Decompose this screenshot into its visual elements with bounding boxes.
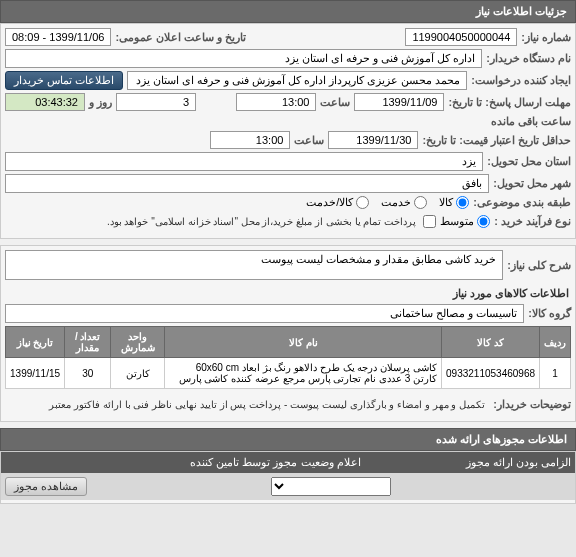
goods-group-label: گروه کالا:: [528, 307, 571, 320]
radio-goods-label: کالا: [439, 196, 453, 209]
goods-info-title: اطلاعات کالاهای مورد نیاز: [5, 283, 571, 304]
panel-body-permits: الزامی بودن ارائه مجوز اعلام وضعیت مجوز …: [0, 451, 576, 504]
days-and-label: روز و: [89, 96, 112, 109]
deadline-price-time: 13:00: [210, 131, 290, 149]
permits-title: اطلاعات مجوزهای ارائه شده: [436, 433, 567, 445]
desc-label: شرح کلی نیاز:: [507, 259, 571, 272]
radio-service-label: خدمت: [381, 196, 411, 209]
radio-goods[interactable]: کالا: [439, 196, 469, 209]
days-remaining: 3: [116, 93, 196, 111]
td-unit: کارتن: [111, 358, 165, 389]
announce-label: تاریخ و ساعت اعلان عمومی:: [115, 31, 246, 44]
panel-body-desc: شرح کلی نیاز: خرید کاشی مطابق مقدار و مش…: [0, 245, 576, 422]
delivery-city-label: شهر محل تحویل:: [493, 177, 571, 190]
permits-subheader: الزامی بودن ارائه مجوز اعلام وضعیت مجوز …: [1, 452, 575, 473]
checkbox-purchase-note-input[interactable]: [423, 215, 436, 228]
need-number-label: شماره نیاز:: [521, 31, 571, 44]
announce-value: 1399/11/06 - 08:09: [5, 28, 111, 46]
delivery-province-label: استان محل تحویل:: [487, 155, 571, 168]
purchase-note: پرداخت تمام یا بخشی از مبلغ خرید،از محل …: [103, 212, 420, 231]
radio-purchase-small-input[interactable]: [477, 215, 490, 228]
th-code: کد کالا: [442, 327, 540, 358]
radio-service-input[interactable]: [414, 196, 427, 209]
buyer-note-value: تکمیل و مهر و امضاء و بارگذاری لیست پیوس…: [45, 395, 489, 414]
table-header-row: ردیف کد کالا نام کالا واحد شمارش تعداد /…: [6, 327, 571, 358]
table-row: 1 0933211053460968 کاشی پرسلان درجه یک ط…: [6, 358, 571, 389]
th-date: تاریخ نیاز: [6, 327, 65, 358]
time-remaining: 03:43:32: [5, 93, 85, 111]
panel-title: جزئیات اطلاعات نیاز: [476, 5, 567, 17]
creator-label: ایجاد کننده درخواست:: [471, 74, 571, 87]
deadline-send-date: 1399/11/09: [354, 93, 444, 111]
panel-body-details: شماره نیاز: 1199004050000044 تاریخ و ساع…: [0, 23, 576, 239]
status-label: اعلام وضعیت مجوز توسط تامین کننده: [190, 456, 360, 469]
radio-goods-input[interactable]: [456, 196, 469, 209]
td-date: 1399/11/15: [6, 358, 65, 389]
th-row: ردیف: [540, 327, 571, 358]
buyer-note-label: توضیحات خریدار:: [493, 398, 571, 411]
th-qty: تعداد / مقدار: [65, 327, 111, 358]
deadline-send-label: مهلت ارسال پاسخ: تا تاریخ:: [448, 96, 571, 109]
radio-goods-service-input[interactable]: [356, 196, 369, 209]
panel-header-permits: اطلاعات مجوزهای ارائه شده: [0, 428, 576, 451]
radio-purchase-small-label: متوسط: [440, 215, 474, 228]
radio-goods-service-label: کالا/خدمت: [306, 196, 353, 209]
goods-table: ردیف کد کالا نام کالا واحد شمارش تعداد /…: [5, 326, 571, 389]
desc-value: خرید کاشی مطابق مقدار و مشخصات لیست پیوس…: [5, 250, 503, 280]
purchase-type-label: نوع فرآیند خرید :: [494, 215, 571, 228]
radio-service[interactable]: خدمت: [381, 196, 427, 209]
budget-radio-group: کالا خدمت کالا/خدمت: [306, 196, 469, 209]
checkbox-purchase-note[interactable]: پرداخت تمام یا بخشی از مبلغ خرید،از محل …: [103, 212, 436, 231]
time-remaining-label: ساعت باقی مانده: [491, 115, 571, 128]
deadline-price-label: حداقل تاریخ اعتبار قیمت: تا تاریخ:: [422, 134, 571, 147]
radio-purchase-small[interactable]: متوسط: [440, 215, 490, 228]
contact-buyer-button[interactable]: اطلاعات تماس خریدار: [5, 71, 123, 90]
panel-header-details: جزئیات اطلاعات نیاز: [0, 0, 576, 23]
view-permit-button[interactable]: مشاهده مجوز: [5, 477, 87, 496]
th-name: نام کالا: [165, 327, 442, 358]
deadline-send-time: 13:00: [236, 93, 316, 111]
time-label-1: ساعت: [320, 96, 350, 109]
td-row: 1: [540, 358, 571, 389]
delivery-city-value: بافق: [5, 174, 489, 193]
deadline-price-date: 1399/11/30: [328, 131, 418, 149]
mandatory-label: الزامی بودن ارائه مجوز: [466, 456, 571, 469]
time-label-2: ساعت: [294, 134, 324, 147]
goods-group-value: تاسیسات و مصالح ساختمانی: [5, 304, 524, 323]
td-code: 0933211053460968: [442, 358, 540, 389]
td-qty: 30: [65, 358, 111, 389]
td-name: کاشی پرسلان درجه یک طرح دالاهو رنگ بژ اب…: [165, 358, 442, 389]
radio-goods-service[interactable]: کالا/خدمت: [306, 196, 369, 209]
th-unit: واحد شمارش: [111, 327, 165, 358]
creator-value: محمد محسن عزیزی کارپرداز اداره کل آموزش …: [127, 71, 467, 90]
delivery-province-value: یزد: [5, 152, 483, 171]
buyer-org-label: نام دستگاه خریدار:: [486, 52, 571, 65]
budget-class-label: طبقه بندی موضوعی:: [473, 196, 571, 209]
buyer-org-value: اداره کل آموزش فنی و حرفه ای استان یزد: [5, 49, 482, 68]
need-number-value: 1199004050000044: [405, 28, 517, 46]
status-select[interactable]: [271, 477, 391, 496]
